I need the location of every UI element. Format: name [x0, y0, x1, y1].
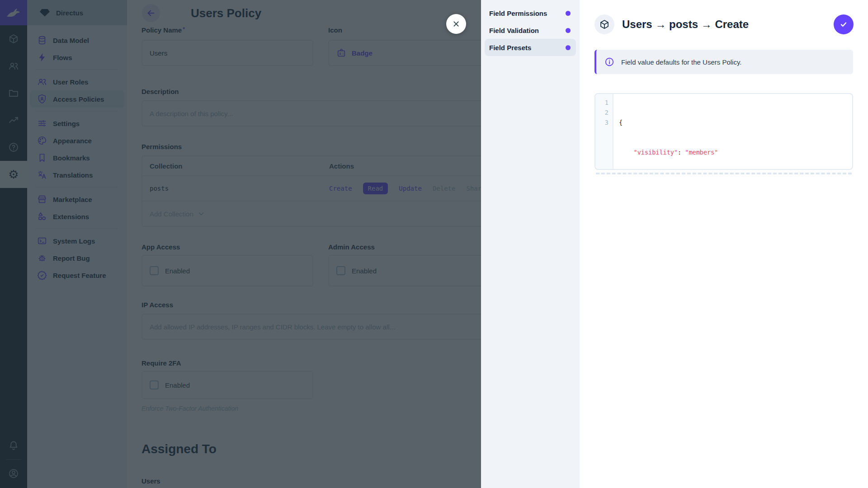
close-icon: [452, 19, 461, 28]
code-line: "visibility": "members": [619, 147, 852, 157]
editor-code-area[interactable]: { "visibility": "members" }: [614, 94, 852, 170]
notice-text: Field value defaults for the Users Polic…: [621, 58, 742, 66]
line-number: 1: [595, 98, 613, 108]
status-dot: [566, 45, 571, 50]
status-dot: [566, 28, 571, 33]
line-number: 2: [595, 108, 613, 117]
close-drawer-button[interactable]: [446, 14, 466, 34]
cube-icon: [599, 19, 610, 30]
editor-resize-handle[interactable]: [596, 173, 852, 174]
menu-item-field-presets[interactable]: Field Presets: [485, 39, 576, 56]
directus-app: ⚙ Directus Data Model Flows: [0, 0, 868, 488]
menu-item-field-permissions[interactable]: Field Permissions: [485, 5, 576, 22]
drawer-side-menu: Field Permissions Field Validation Field…: [481, 0, 580, 488]
drawer-panel: Users → posts → Create Field value defau…: [580, 0, 868, 488]
info-notice: Field value defaults for the Users Polic…: [594, 50, 853, 74]
info-icon: [604, 57, 614, 67]
drawer-title: Users → posts → Create: [622, 14, 749, 34]
save-button[interactable]: [834, 14, 854, 34]
menu-item-field-validation[interactable]: Field Validation: [485, 22, 576, 39]
menu-item-label: Field Presets: [489, 44, 531, 52]
check-icon: [839, 19, 849, 29]
menu-item-label: Field Permissions: [489, 9, 547, 17]
status-dot: [566, 11, 571, 16]
line-number: 3: [595, 117, 613, 127]
json-editor: 1 2 3 { "visibility": "members" }: [594, 93, 853, 170]
editor-gutter: 1 2 3: [595, 94, 613, 169]
cube-badge: [594, 14, 614, 34]
menu-item-label: Field Validation: [489, 27, 539, 34]
code-line: {: [619, 117, 852, 127]
